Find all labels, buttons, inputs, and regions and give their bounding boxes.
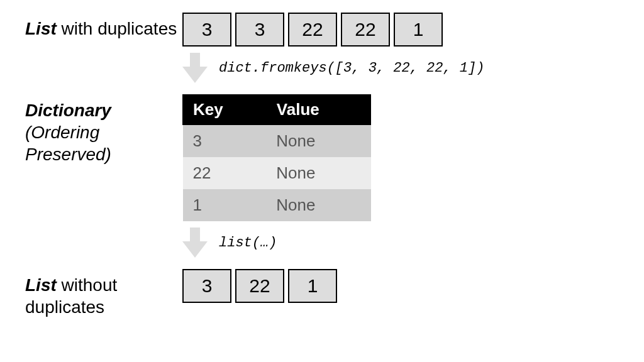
label-list-without-duplicates: List without duplicates <box>25 269 182 318</box>
label-list2-bold: List <box>25 275 57 295</box>
label-dict-bold: Dictionary <box>25 101 111 120</box>
list-with-duplicates: 3 3 22 22 1 <box>182 13 619 47</box>
table-header-value: Value <box>266 95 370 125</box>
list-item: 1 <box>394 13 443 47</box>
cell-key: 22 <box>183 157 267 189</box>
code-list: list(…) <box>219 235 277 251</box>
table-header-key: Key <box>183 95 267 125</box>
arrow-down-icon <box>182 228 208 258</box>
list-item: 22 <box>235 269 284 303</box>
cell-key: 3 <box>183 125 267 158</box>
label-dictionary: Dictionary (Ordering Preserved) <box>25 94 182 165</box>
label-list-rest: with duplicates <box>57 19 177 38</box>
list-item: 3 <box>182 13 231 47</box>
list-item: 22 <box>341 13 390 47</box>
cell-value: None <box>266 189 370 221</box>
label-dict-sub: (Ordering Preserved) <box>25 123 111 164</box>
cell-key: 1 <box>183 189 267 221</box>
list-item: 3 <box>182 269 231 303</box>
list-item: 3 <box>235 13 284 47</box>
table-row: 3 None <box>183 125 371 158</box>
table-row: 1 None <box>183 189 371 221</box>
cell-value: None <box>266 125 370 158</box>
label-list-bold: List <box>25 19 57 38</box>
list-item: 22 <box>288 13 337 47</box>
list-without-duplicates: 3 22 1 <box>182 269 619 303</box>
label-list-with-duplicates: List with duplicates <box>25 13 182 40</box>
code-fromkeys: dict.fromkeys([3, 3, 22, 22, 1]) <box>219 60 484 76</box>
cell-value: None <box>266 157 370 189</box>
arrow-down-icon <box>182 53 208 83</box>
dictionary-table: Key Value 3 None 22 None 1 None <box>182 94 371 221</box>
table-row: 22 None <box>183 157 371 189</box>
list-item: 1 <box>288 269 337 303</box>
